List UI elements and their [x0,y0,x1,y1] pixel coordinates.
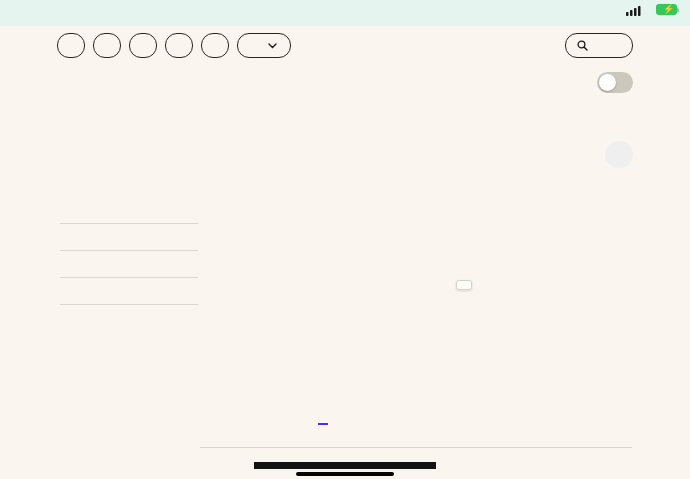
stat-row-selg [60,251,198,278]
battery-charging-icon: ⚡ [656,4,680,16]
key-stats-table [60,197,198,331]
period-10ar[interactable] [537,411,585,432]
cellular-signal-icon [626,5,641,16]
nav-investorlistene[interactable] [129,33,157,58]
search-icon [577,40,588,51]
price-chart-svg [208,198,632,410]
nav-min-oversikt[interactable] [201,33,229,58]
chart-tooltip [456,280,472,290]
stat-row-hoy [60,278,198,305]
search-input[interactable] [565,33,633,58]
nav-se-flere-dropdown[interactable] [237,33,291,58]
period-5ar[interactable] [489,411,537,432]
market-nav [57,33,633,57]
price-chart[interactable] [208,198,632,410]
browser-tab-indicator[interactable] [0,1,690,3]
period-selector [204,411,584,432]
add-to-list-button[interactable] [605,141,633,168]
chevron-down-icon [268,43,277,49]
realtime-toggle[interactable] [597,72,633,93]
stat-row-lav [60,305,198,331]
redacted-ad-label [254,462,436,469]
period-ar[interactable] [394,411,442,432]
toggle-knob [599,74,616,91]
period-ytd[interactable] [347,411,395,432]
nav-markedsoversikt[interactable] [57,33,85,58]
status-bar: ⚡ [0,0,690,26]
stat-row-kjop [60,224,198,251]
period-separator [200,447,632,448]
period-uke[interactable] [252,411,300,432]
period-3ar[interactable] [442,411,490,432]
home-indicator[interactable] [296,472,394,476]
period-dag[interactable] [204,411,252,432]
period-mnd[interactable] [299,411,347,432]
nav-aksjer[interactable] [165,33,193,58]
nav-nyheter[interactable] [93,33,121,58]
stat-row-tid [60,197,198,224]
